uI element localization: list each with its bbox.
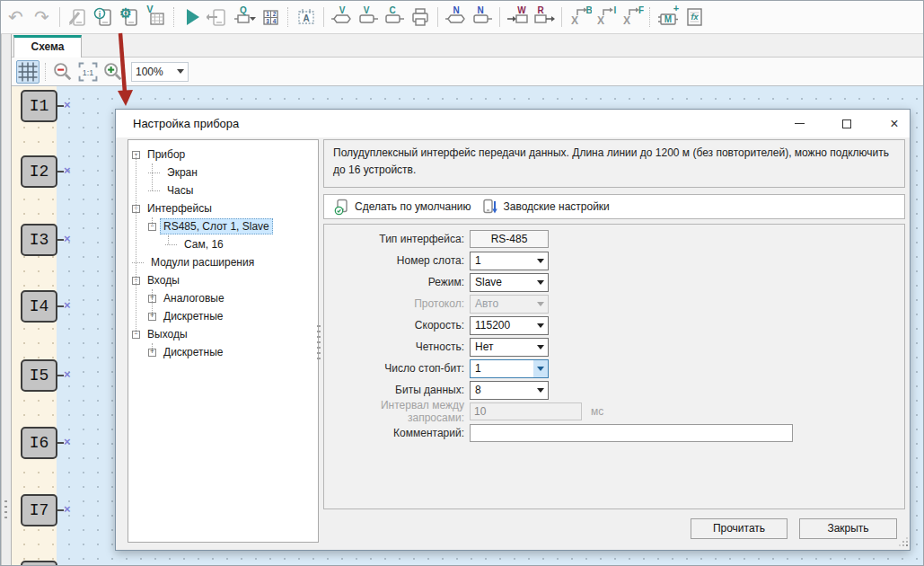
select-dropdown-button[interactable] xyxy=(533,360,548,377)
zoom-in-button[interactable] xyxy=(101,60,125,84)
close-button[interactable]: × xyxy=(879,110,910,137)
tree-item-label[interactable]: Дискретные xyxy=(160,308,226,324)
tree-item-label[interactable]: Выходы xyxy=(144,326,191,342)
chevron-down-icon xyxy=(537,323,544,328)
tree-item[interactable]: -Прибор xyxy=(128,146,318,164)
tree-item-label[interactable]: Сам, 16 xyxy=(180,236,227,252)
field-select[interactable]: 1 xyxy=(470,359,549,378)
print-form-icon[interactable] xyxy=(408,4,432,30)
tree-item[interactable]: +Дискретные xyxy=(128,307,318,325)
grid-toggle-button[interactable] xyxy=(16,60,40,84)
select-dropdown-button[interactable] xyxy=(533,382,548,399)
io-block-partial[interactable] xyxy=(21,561,75,566)
io-block-I4[interactable]: I4× xyxy=(21,290,75,323)
output-q-icon[interactable]: Q xyxy=(232,4,256,30)
tree-item-label[interactable]: RS485, Слот 1, Slave xyxy=(160,218,273,234)
input-variable-icon[interactable]: V xyxy=(330,4,354,30)
convert-to-float-icon[interactable]: XF xyxy=(620,4,644,30)
panel-splitter-grip[interactable] xyxy=(317,325,321,363)
tree-guide-line xyxy=(152,343,153,352)
tree-guide-line xyxy=(152,164,153,190)
io-block-I1[interactable]: I1× xyxy=(21,90,75,122)
field-select[interactable]: 8 xyxy=(470,381,549,400)
output-comment-icon[interactable]: C xyxy=(382,4,406,30)
write-to-device-icon[interactable] xyxy=(66,4,90,30)
resize-grip[interactable] xyxy=(899,537,910,548)
io-block-I7[interactable]: I7× xyxy=(21,494,75,526)
io-block-I2[interactable]: I2× xyxy=(21,155,75,188)
convert-to-int-icon[interactable]: XI xyxy=(594,4,618,30)
field-input[interactable] xyxy=(470,424,793,442)
make-default-button[interactable]: Сделать по умолчанию xyxy=(330,196,478,217)
tab-schema[interactable]: Схема xyxy=(13,35,82,57)
tree-item-label[interactable]: Интерфейсы xyxy=(144,200,216,217)
output-variable-icon[interactable]: V xyxy=(356,4,380,30)
io-block-I5[interactable]: I5× xyxy=(21,359,75,392)
device-settings-icon[interactable]: ⚙ xyxy=(118,4,142,30)
maximize-button[interactable] xyxy=(832,110,862,137)
tree-item[interactable]: -Выходы xyxy=(128,325,318,343)
io-block-I6[interactable]: I6× xyxy=(21,427,75,459)
redo-icon[interactable]: ↷ xyxy=(30,4,54,30)
field-select[interactable]: 1 xyxy=(470,252,549,270)
field-select[interactable]: Нет xyxy=(470,338,549,357)
tree-item[interactable]: Экран xyxy=(128,164,318,181)
select-dropdown-button[interactable] xyxy=(533,339,548,356)
tree-item[interactable]: Часы xyxy=(128,181,318,199)
field-input[interactable] xyxy=(470,402,582,420)
zoom-fit-button[interactable]: 1:1 xyxy=(76,60,100,84)
tree-item[interactable]: Сам, 16 xyxy=(128,235,318,253)
zoom-out-button[interactable] xyxy=(51,60,75,84)
minimize-button[interactable] xyxy=(784,110,814,137)
description-splitter[interactable] xyxy=(323,189,905,192)
field-label: Протокол: xyxy=(324,297,464,310)
field-select[interactable]: Авто xyxy=(470,295,549,314)
tree-item-label[interactable]: Дискретные xyxy=(160,344,226,360)
tree-item-label[interactable]: Модули расширения xyxy=(147,254,258,270)
select-dropdown-button[interactable] xyxy=(533,274,548,291)
svg-text:3: 3 xyxy=(266,18,269,24)
network-output-icon[interactable]: N xyxy=(470,4,494,30)
tree-item-label[interactable]: Экран xyxy=(163,164,201,181)
tree-item-label[interactable]: Часы xyxy=(163,182,197,199)
tree-item[interactable]: Модули расширения xyxy=(128,253,318,271)
tree-item-label[interactable]: Прибор xyxy=(144,146,189,163)
variable-table-icon[interactable]: V xyxy=(144,4,168,30)
select-dropdown-button[interactable] xyxy=(533,317,548,334)
device-information-icon[interactable]: i xyxy=(92,4,116,30)
svg-text:4: 4 xyxy=(272,18,276,24)
left-splitter-grip[interactable] xyxy=(4,500,7,518)
read-button[interactable]: Прочитать xyxy=(691,518,788,539)
tree-item-label[interactable]: Аналоговые xyxy=(160,290,228,306)
tree-item[interactable]: +Дискретные xyxy=(128,343,318,361)
function-block-icon[interactable]: fx xyxy=(682,4,706,30)
tree-item[interactable]: -Интерфейсы xyxy=(128,199,318,217)
block-output-pin xyxy=(57,375,64,376)
write-network-variable-icon[interactable]: W xyxy=(506,4,530,30)
field-select[interactable]: 115200 xyxy=(470,316,549,335)
text-label-icon[interactable]: A xyxy=(294,4,318,30)
select-dropdown-button[interactable] xyxy=(533,296,548,313)
network-input-icon[interactable]: N xyxy=(444,4,468,30)
select-dropdown-button[interactable] xyxy=(533,252,548,270)
factory-settings-button[interactable]: Заводские настройки xyxy=(478,196,616,217)
tree-item[interactable]: -RS485, Слот 1, Slave xyxy=(128,217,318,235)
close-dialog-button[interactable]: Закрыть xyxy=(799,518,897,539)
exit-simulation-icon[interactable] xyxy=(206,4,230,30)
tree-item-label[interactable]: Входы xyxy=(144,272,183,288)
read-network-variable-icon[interactable]: R xyxy=(532,4,556,30)
tree-item[interactable]: +Аналоговые xyxy=(128,289,318,307)
unconnected-pin-icon: × xyxy=(64,232,71,245)
start-simulation-icon[interactable] xyxy=(180,4,204,30)
undo-icon[interactable]: ↶ xyxy=(4,4,28,30)
io-block-I3[interactable]: I3× xyxy=(21,224,75,256)
field-select[interactable]: Slave xyxy=(470,273,549,292)
convert-to-bool-icon[interactable]: XB xyxy=(568,4,592,30)
dialog-titlebar[interactable]: Настройка прибора × xyxy=(116,110,910,137)
value-format-icon[interactable]: 1234 xyxy=(258,4,282,30)
tree-item[interactable]: -Входы xyxy=(128,271,318,289)
io-block-label: I6 xyxy=(30,434,49,452)
zoom-level-select[interactable]: 100% xyxy=(131,62,189,82)
left-panel-edge xyxy=(1,34,12,566)
add-macro-icon[interactable]: M+ xyxy=(656,4,680,30)
